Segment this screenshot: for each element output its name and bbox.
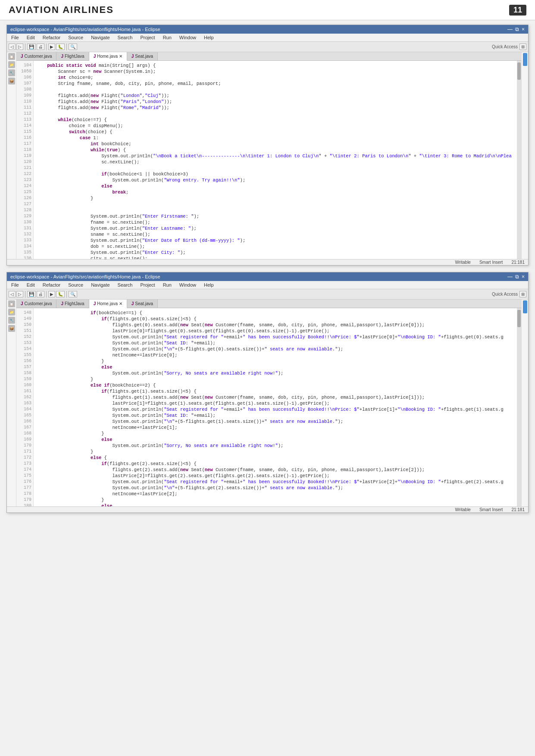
scrollbar-v-1[interactable] (517, 61, 521, 259)
left-sidebar-1: 📋 📁 🔧 📦 (7, 52, 16, 259)
minimize-btn-1[interactable]: — (507, 26, 513, 32)
toolbar-search-2[interactable]: 🔍 (69, 291, 77, 297)
page-number: 11 (509, 5, 526, 16)
menu-navigate-2[interactable]: Navigate (89, 282, 111, 288)
status-smart-insert-1: Smart Insert (479, 260, 503, 265)
menu-file-2[interactable]: File (9, 282, 21, 288)
editor-tabs-2: J Customer.java J FlightJava J Home.java… (16, 300, 521, 308)
sidebar-icon-5[interactable]: 📋 (8, 300, 15, 307)
tab-label-customer-2: Customer.java (25, 301, 52, 306)
toolbar-sep-3 (66, 44, 67, 50)
editor-area-1: J Customer.java J FlightJava J Home.java… (16, 52, 521, 259)
toolbar-back-2[interactable]: ◁ (9, 291, 16, 297)
tab-icon-home-2: J (94, 301, 96, 306)
sidebar-icon-6[interactable]: 📁 (8, 309, 15, 316)
status-position-1: 21:181 (511, 260, 525, 265)
line-numbers-1: 104 1050 106 107 108 109 110 111 112 113… (16, 61, 34, 259)
menu-run-2[interactable]: Run (161, 282, 173, 288)
quick-access-btn-2[interactable]: ⊞ (519, 291, 526, 297)
toolbar-forward-2[interactable]: ▷ (16, 291, 23, 297)
maximize-btn-2[interactable]: ⧉ (515, 274, 519, 280)
menu-navigate-1[interactable]: Navigate (89, 34, 111, 41)
sidebar-icon-1[interactable]: 📋 (8, 53, 15, 60)
toolbar-search-1[interactable]: 🔍 (69, 44, 77, 50)
titlebar-controls-2: — ⧉ × (507, 274, 525, 280)
code-area-2[interactable]: 148 149 150 151 152 153 154 155 156 157 … (16, 308, 521, 506)
eclipse-menubar-2: File Edit Refactor Source Navigate Searc… (7, 281, 528, 289)
menu-project-2[interactable]: Project (138, 282, 156, 288)
tab-label-flight-2: FlightJava (65, 301, 84, 306)
scrollbar-v-2[interactable] (517, 308, 521, 506)
tab-icon-seat-1: J (131, 54, 134, 59)
toolbar-run-2[interactable]: ▶ (48, 291, 55, 297)
menu-search-2[interactable]: Search (116, 282, 135, 288)
scrollbar-thumb-2[interactable] (517, 310, 521, 327)
menu-source-2[interactable]: Source (66, 282, 85, 288)
code-content-1[interactable]: public static void main(String[] args) {… (34, 61, 517, 259)
sidebar-icon-4[interactable]: 📦 (8, 78, 15, 84)
menu-refactor-2[interactable]: Refactor (41, 282, 63, 288)
tab-customer-2[interactable]: J Customer.java (16, 300, 56, 308)
tab-label-home-1: Home.java ✕ (97, 54, 122, 59)
toolbar-back-1[interactable]: ◁ (9, 44, 16, 50)
tab-icon-customer-2: J (21, 301, 23, 306)
tab-label-home-2: Home.java ✕ (97, 301, 122, 306)
menu-edit-2[interactable]: Edit (25, 282, 37, 288)
maximize-btn-1[interactable]: ⧉ (515, 26, 519, 32)
menu-help-2[interactable]: Help (202, 282, 216, 288)
close-btn-2[interactable]: × (522, 274, 525, 280)
status-bar-2: Writable Smart Insert 21:181 (7, 506, 528, 512)
tab-icon-seat-2: J (131, 301, 134, 306)
quick-access-label-1: Quick Access (492, 44, 518, 49)
menu-help-1[interactable]: Help (202, 34, 216, 41)
toolbar-debug-2[interactable]: 🐛 (56, 291, 65, 297)
menu-window-2[interactable]: Window (178, 282, 198, 288)
sidebar-icon-2[interactable]: 📁 (8, 61, 15, 68)
toolbar-sep-6 (66, 291, 67, 298)
tab-label-seat-1: Seat.java (135, 54, 153, 59)
titlebar-controls-1: — ⧉ × (507, 26, 525, 32)
sidebar-icon-7[interactable]: 🔧 (8, 317, 15, 324)
tab-icon-customer-1: J (21, 54, 23, 59)
toolbar-sep-2 (46, 44, 47, 50)
quick-access-btn-1[interactable]: ⊞ (519, 44, 526, 50)
toolbar-print-1[interactable]: 🖨 (37, 44, 44, 50)
sidebar-icon-3[interactable]: 🔧 (8, 69, 15, 76)
menu-project-1[interactable]: Project (138, 34, 156, 41)
eclipse-toolbar-1: ◁ ▷ 💾 🖨 ▶ 🐛 🔍 Quick Access ⊞ (7, 42, 528, 52)
tab-seat-1[interactable]: J Seat.java (127, 52, 158, 60)
tab-flight-1[interactable]: J FlightJava (56, 52, 89, 60)
code-content-2[interactable]: if(bookChoice==1) { if(flights.get(0).se… (34, 308, 517, 506)
code-area-1[interactable]: 104 1050 106 107 108 109 110 111 112 113… (16, 61, 521, 259)
sidebar-icon-8[interactable]: 📦 (8, 325, 15, 332)
toolbar-debug-1[interactable]: 🐛 (56, 44, 65, 50)
toolbar-sep-4 (25, 291, 25, 298)
toolbar-print-2[interactable]: 🖨 (37, 291, 44, 297)
tab-seat-2[interactable]: J Seat.java (127, 300, 158, 308)
toolbar-sep-5 (46, 291, 47, 298)
tab-icon-home-1: J (94, 54, 96, 59)
menu-file-1[interactable]: File (9, 34, 21, 41)
menu-run-1[interactable]: Run (161, 34, 173, 41)
tab-home-1[interactable]: J Home.java ✕ (89, 52, 127, 61)
toolbar-run-1[interactable]: ▶ (48, 44, 55, 50)
tab-flight-2[interactable]: J FlightJava (56, 300, 89, 308)
eclipse-titlebar-1: eclipse-workspace - AvianFlights/src/avi… (7, 25, 528, 34)
tab-home-2[interactable]: J Home.java ✕ (89, 300, 127, 308)
toolbar-forward-1[interactable]: ▷ (16, 44, 23, 50)
menu-search-1[interactable]: Search (116, 34, 135, 41)
toolbar-save-2[interactable]: 💾 (27, 291, 36, 297)
close-btn-1[interactable]: × (522, 26, 525, 32)
tab-customer-1[interactable]: J Customer.java (16, 52, 56, 60)
menu-window-1[interactable]: Window (178, 34, 198, 41)
minimize-btn-2[interactable]: — (507, 274, 513, 280)
eclipse-titlebar-2: eclipse-workspace - AvianFlights/src/avi… (7, 272, 528, 281)
editor-tabs-1: J Customer.java J FlightJava J Home.java… (16, 52, 521, 61)
right-sidebar-2 (521, 300, 528, 506)
scrollbar-thumb-1[interactable] (517, 62, 521, 80)
menu-edit-1[interactable]: Edit (25, 34, 37, 41)
menu-refactor-1[interactable]: Refactor (41, 34, 63, 41)
menu-source-1[interactable]: Source (66, 34, 85, 41)
toolbar-save-1[interactable]: 💾 (27, 44, 36, 50)
right-sidebar-1 (521, 52, 528, 259)
